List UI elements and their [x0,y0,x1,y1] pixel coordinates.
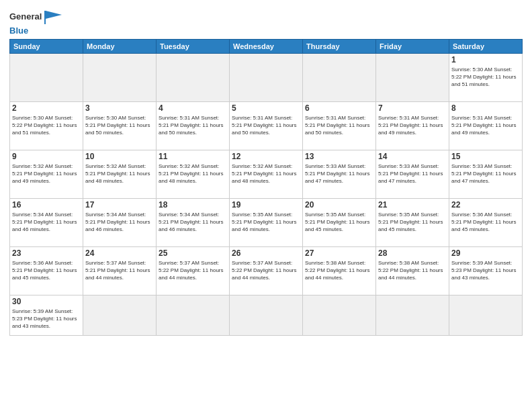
svg-marker-0 [46,11,62,19]
day-number: 22 [451,200,520,210]
day-info: Sunrise: 5:30 AM Sunset: 5:21 PM Dayligh… [85,114,154,137]
weekday-header-wednesday: Wednesday [230,40,303,54]
calendar-cell: 27Sunrise: 5:38 AM Sunset: 5:22 PM Dayli… [303,247,376,295]
calendar-cell: 22Sunrise: 5:36 AM Sunset: 5:21 PM Dayli… [449,199,523,247]
day-info: Sunrise: 5:32 AM Sunset: 5:21 PM Dayligh… [12,163,81,185]
calendar-cell: 29Sunrise: 5:39 AM Sunset: 5:23 PM Dayli… [449,247,523,295]
day-number: 5 [232,103,300,113]
day-number: 23 [12,248,81,258]
calendar-cell [303,295,376,336]
calendar-cell: 3Sunrise: 5:30 AM Sunset: 5:21 PM Daylig… [83,102,157,150]
page: General Blue SundayMondayTuesdayWednesda… [0,0,532,411]
calendar-cell: 7Sunrise: 5:31 AM Sunset: 5:21 PM Daylig… [376,102,449,150]
calendar-cell: 19Sunrise: 5:35 AM Sunset: 5:21 PM Dayli… [230,199,303,247]
day-info: Sunrise: 5:37 AM Sunset: 5:21 PM Dayligh… [85,259,154,282]
day-info: Sunrise: 5:39 AM Sunset: 5:23 PM Dayligh… [451,259,520,282]
day-number: 8 [451,103,520,113]
day-info: Sunrise: 5:31 AM Sunset: 5:21 PM Dayligh… [232,114,300,137]
calendar-cell: 9Sunrise: 5:32 AM Sunset: 5:21 PM Daylig… [10,150,83,199]
svg-rect-1 [44,11,46,24]
day-info: Sunrise: 5:39 AM Sunset: 5:23 PM Dayligh… [12,308,81,330]
calendar-cell: 17Sunrise: 5:34 AM Sunset: 5:21 PM Dayli… [83,199,157,247]
calendar-cell [157,295,230,336]
day-number: 7 [378,103,447,113]
calendar-cell [10,54,83,102]
day-number: 20 [305,200,373,210]
logo-flag-icon [43,9,62,24]
calendar-cell: 11Sunrise: 5:32 AM Sunset: 5:21 PM Dayli… [157,150,230,199]
day-info: Sunrise: 5:31 AM Sunset: 5:21 PM Dayligh… [305,114,373,137]
day-number: 6 [305,103,373,113]
day-number: 27 [305,248,373,258]
day-number: 26 [232,248,300,258]
day-number: 10 [85,152,154,161]
day-info: Sunrise: 5:35 AM Sunset: 5:21 PM Dayligh… [232,211,300,234]
calendar-cell [230,54,303,102]
logo-text-general: General [9,11,42,22]
weekday-header-row: SundayMondayTuesdayWednesdayThursdayFrid… [10,40,523,54]
calendar-cell: 24Sunrise: 5:37 AM Sunset: 5:21 PM Dayli… [83,247,157,295]
day-info: Sunrise: 5:32 AM Sunset: 5:21 PM Dayligh… [232,163,300,185]
header: General Blue [9,7,523,36]
day-info: Sunrise: 5:33 AM Sunset: 5:21 PM Dayligh… [451,163,520,185]
day-number: 15 [451,152,520,161]
calendar-cell: 13Sunrise: 5:33 AM Sunset: 5:21 PM Dayli… [303,150,376,199]
day-info: Sunrise: 5:34 AM Sunset: 5:21 PM Dayligh… [12,211,81,234]
day-info: Sunrise: 5:35 AM Sunset: 5:21 PM Dayligh… [378,211,447,234]
calendar-cell [230,295,303,336]
day-number: 30 [12,297,81,306]
day-info: Sunrise: 5:31 AM Sunset: 5:21 PM Dayligh… [378,114,447,137]
calendar-cell [449,295,523,336]
calendar-week-row: 1Sunrise: 5:30 AM Sunset: 5:22 PM Daylig… [10,54,523,102]
calendar-cell: 16Sunrise: 5:34 AM Sunset: 5:21 PM Dayli… [10,199,83,247]
calendar-cell [376,295,449,336]
calendar-cell [376,54,449,102]
day-number: 3 [85,103,154,113]
day-info: Sunrise: 5:37 AM Sunset: 5:22 PM Dayligh… [232,259,300,282]
calendar-cell: 5Sunrise: 5:31 AM Sunset: 5:21 PM Daylig… [230,102,303,150]
calendar-cell: 23Sunrise: 5:36 AM Sunset: 5:21 PM Dayli… [10,247,83,295]
day-info: Sunrise: 5:38 AM Sunset: 5:22 PM Dayligh… [378,259,447,282]
calendar-cell: 4Sunrise: 5:31 AM Sunset: 5:21 PM Daylig… [157,102,230,150]
calendar-cell: 18Sunrise: 5:34 AM Sunset: 5:21 PM Dayli… [157,199,230,247]
calendar-cell [303,54,376,102]
calendar-cell: 10Sunrise: 5:32 AM Sunset: 5:21 PM Dayli… [83,150,157,199]
logo-text-blue: Blue [9,26,28,36]
logo: General Blue [9,9,62,36]
day-number: 11 [159,152,227,161]
day-info: Sunrise: 5:30 AM Sunset: 5:22 PM Dayligh… [451,66,520,89]
day-info: Sunrise: 5:37 AM Sunset: 5:22 PM Dayligh… [159,259,227,282]
day-number: 21 [378,200,447,210]
calendar-cell: 26Sunrise: 5:37 AM Sunset: 5:22 PM Dayli… [230,247,303,295]
day-number: 25 [159,248,227,258]
day-number: 16 [12,200,81,210]
weekday-header-saturday: Saturday [449,40,523,54]
day-info: Sunrise: 5:30 AM Sunset: 5:22 PM Dayligh… [12,114,81,137]
day-number: 12 [232,152,300,161]
weekday-header-monday: Monday [83,40,157,54]
calendar-week-row: 30Sunrise: 5:39 AM Sunset: 5:23 PM Dayli… [10,295,523,336]
day-info: Sunrise: 5:34 AM Sunset: 5:21 PM Dayligh… [159,211,227,234]
weekday-header-tuesday: Tuesday [157,40,230,54]
weekday-header-friday: Friday [376,40,449,54]
calendar-cell: 12Sunrise: 5:32 AM Sunset: 5:21 PM Dayli… [230,150,303,199]
calendar-week-row: 16Sunrise: 5:34 AM Sunset: 5:21 PM Dayli… [10,199,523,247]
day-info: Sunrise: 5:33 AM Sunset: 5:21 PM Dayligh… [378,163,447,185]
calendar-cell [83,295,157,336]
day-info: Sunrise: 5:33 AM Sunset: 5:21 PM Dayligh… [305,163,373,185]
weekday-header-thursday: Thursday [303,40,376,54]
calendar-cell: 15Sunrise: 5:33 AM Sunset: 5:21 PM Dayli… [449,150,523,199]
day-number: 17 [85,200,154,210]
day-info: Sunrise: 5:36 AM Sunset: 5:21 PM Dayligh… [451,211,520,234]
calendar-cell [83,54,157,102]
calendar-week-row: 9Sunrise: 5:32 AM Sunset: 5:21 PM Daylig… [10,150,523,199]
weekday-header-sunday: Sunday [10,40,83,54]
day-number: 28 [378,248,447,258]
calendar-cell [157,54,230,102]
calendar-cell: 21Sunrise: 5:35 AM Sunset: 5:21 PM Dayli… [376,199,449,247]
day-info: Sunrise: 5:32 AM Sunset: 5:21 PM Dayligh… [159,163,227,185]
day-number: 4 [159,103,227,113]
calendar-cell: 8Sunrise: 5:31 AM Sunset: 5:21 PM Daylig… [449,102,523,150]
calendar-cell: 2Sunrise: 5:30 AM Sunset: 5:22 PM Daylig… [10,102,83,150]
calendar-cell: 25Sunrise: 5:37 AM Sunset: 5:22 PM Dayli… [157,247,230,295]
